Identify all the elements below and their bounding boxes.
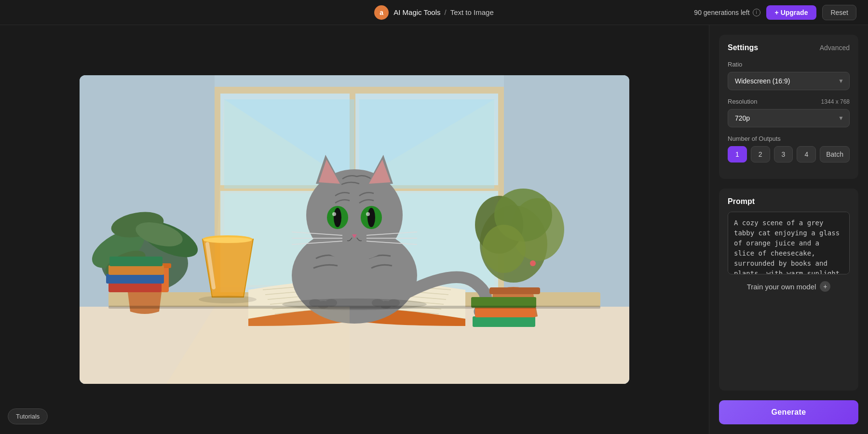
output-btn-3[interactable]: 3 [774,146,793,163]
output-btn-1[interactable]: 1 [728,146,747,163]
generations-left-container: 90 generations left i [694,9,760,16]
svg-point-85 [530,260,536,266]
generate-button[interactable]: Generate [719,400,858,424]
resolution-dropdown[interactable]: 720p 1080p 4K [728,109,850,127]
resolution-field: Resolution 1344 x 768 720p 1080p 4K ▼ [728,98,850,127]
output-btn-batch[interactable]: Batch [820,146,850,163]
svg-point-59 [332,212,336,216]
train-model-label: Train your own model [747,283,816,291]
tutorials-button[interactable]: Tutorials [8,408,48,424]
svg-point-87 [199,296,257,303]
resolution-dropdown-wrapper: 720p 1080p 4K ▼ [728,109,850,127]
settings-panel: Settings Advanced Ratio Widescreen (16:9… [719,35,858,179]
header-center: a AI Magic Tools / Text to Image [293,5,575,20]
upgrade-button[interactable]: + Upgrade [766,5,817,20]
output-btn-4[interactable]: 4 [797,146,816,163]
svg-point-58 [367,208,375,227]
reset-button[interactable]: Reset [822,5,856,20]
output-btn-2[interactable]: 2 [751,146,770,163]
prompt-title: Prompt [728,197,850,206]
advanced-link[interactable]: Advanced [820,44,850,52]
generations-left-text: 90 generations left [694,9,749,16]
scene-illustration [80,75,629,384]
breadcrumb: AI Magic Tools / Text to Image [393,8,493,16]
resolution-value: 1344 x 768 [821,98,850,105]
svg-point-35 [203,237,252,243]
train-model-plus-icon: + [820,281,830,292]
prompt-panel: Prompt A cozy scene of a grey tabby cat … [719,189,858,391]
settings-title: Settings [728,43,758,52]
image-area [0,25,709,434]
avatar: a [374,5,389,20]
outputs-label: Number of Outputs [728,135,850,142]
svg-rect-33 [109,257,163,266]
breadcrumb-current: Text to Image [450,8,494,16]
ratio-dropdown[interactable]: Widescreen (16:9) Square (1:1) Portrait … [728,72,850,90]
svg-rect-89 [108,306,600,309]
resolution-label-row: Resolution 1344 x 768 [728,98,850,109]
ratio-field: Ratio Widescreen (16:9) Square (1:1) Por… [728,61,850,90]
svg-rect-82 [473,316,535,327]
ratio-dropdown-wrapper: Widescreen (16:9) Square (1:1) Portrait … [728,72,850,90]
header-right: 90 generations left i + Upgrade Reset [575,5,856,20]
svg-rect-32 [108,265,164,275]
info-icon[interactable]: i [753,9,760,16]
svg-rect-31 [106,274,164,284]
train-model-row[interactable]: Train your own model + [728,274,850,293]
prompt-textarea[interactable]: A cozy scene of a grey tabby cat enjoyin… [728,212,850,274]
svg-rect-81 [489,287,540,294]
sidebar: Settings Advanced Ratio Widescreen (16:9… [709,25,868,434]
svg-point-80 [482,225,526,273]
breadcrumb-home[interactable]: AI Magic Tools [393,8,440,16]
main-content: Settings Advanced Ratio Widescreen (16:9… [0,25,868,434]
header: a AI Magic Tools / Text to Image 90 gene… [0,0,868,25]
resolution-label: Resolution [728,98,757,105]
image-container [80,75,629,384]
svg-rect-11 [212,87,506,94]
outputs-field: Number of Outputs 1 2 3 4 Batch [728,135,850,163]
svg-point-60 [366,212,370,216]
outputs-row: 1 2 3 4 Batch [728,146,850,163]
breadcrumb-separator: / [445,8,447,16]
settings-header: Settings Advanced [728,43,850,52]
svg-point-57 [334,208,341,227]
generated-image [80,75,629,384]
ratio-label: Ratio [728,61,850,68]
svg-rect-30 [108,283,162,292]
